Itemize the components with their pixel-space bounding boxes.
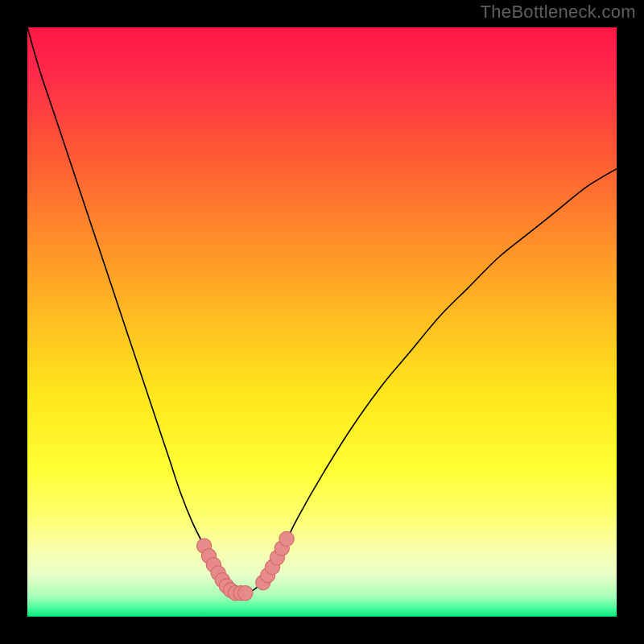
watermark-text: TheBottleneck.com [481, 2, 636, 23]
marker-dot [279, 531, 294, 546]
gradient-background [27, 27, 617, 617]
chart-canvas: TheBottleneck.com [0, 0, 644, 644]
marker-dot [238, 586, 253, 601]
plot-area [27, 27, 617, 617]
